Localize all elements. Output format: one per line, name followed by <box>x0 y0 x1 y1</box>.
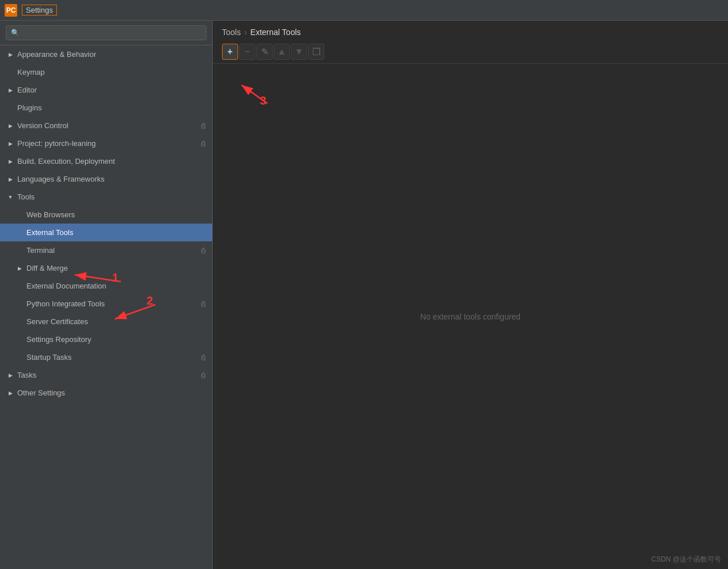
sidebar-item-web-browsers[interactable]: Web Browsers <box>0 206 212 224</box>
sidebar-item-tools[interactable]: ▼ Tools <box>0 188 212 206</box>
sidebar-label-tasks: Tasks <box>17 371 199 379</box>
sidebar-item-terminal[interactable]: Terminal ⎙ <box>0 241 212 259</box>
title-bar: PC Settings <box>0 0 728 21</box>
window-title: Settings <box>22 5 57 16</box>
tasks-repo-icon: ⎙ <box>201 371 205 379</box>
python-repo-icon: ⎙ <box>201 300 205 308</box>
sidebar-label-build: Build, Execution, Deployment <box>17 157 205 166</box>
content-area: Tools › External Tools + − ✎ ▲ ▼ ❐ <box>213 21 728 569</box>
remove-icon: − <box>244 47 250 57</box>
sidebar-label-vc: Version Control <box>17 121 199 130</box>
watermark: CSDN @这个函数可号 <box>651 555 721 564</box>
sidebar-label-settings-repo: Settings Repository <box>26 335 205 344</box>
edit-icon: ✎ <box>261 47 269 57</box>
expand-arrow-wb <box>16 212 23 218</box>
move-up-button[interactable]: ▲ <box>274 44 290 60</box>
sidebar-label-project: Project: pytorch-leaning <box>17 139 199 148</box>
sidebar-item-other-settings[interactable]: ▶ Other Settings <box>0 384 212 402</box>
sidebar-item-diff-merge[interactable]: ▶ Diff & Merge <box>0 259 212 277</box>
expand-arrow-settings-repo <box>16 336 23 343</box>
move-down-button[interactable]: ▼ <box>291 44 307 60</box>
sidebar-label-python: Python Integrated Tools <box>26 299 199 308</box>
expand-arrow-appearance: ▶ <box>7 51 14 58</box>
sidebar-label-languages: Languages & Frameworks <box>17 175 205 183</box>
expand-arrow-other: ▶ <box>7 390 14 397</box>
sidebar-item-editor[interactable]: ▶ Editor <box>0 81 212 99</box>
app-logo: PC <box>5 4 17 17</box>
copy-button[interactable]: ❐ <box>308 44 324 60</box>
empty-message: No external tools configured <box>213 64 728 569</box>
edit-button[interactable]: ✎ <box>256 44 273 60</box>
sidebar-label-wb: Web Browsers <box>26 210 205 219</box>
expand-arrow-build: ▶ <box>7 158 14 165</box>
sidebar-item-ext-docs[interactable]: External Documentation <box>0 277 212 295</box>
sidebar-label-terminal: Terminal <box>26 246 199 255</box>
sidebar-item-project[interactable]: ▶ Project: pytorch-leaning ⎙ <box>0 134 212 152</box>
remove-button[interactable]: − <box>239 44 255 60</box>
sidebar-item-tasks[interactable]: ▶ Tasks ⎙ <box>0 366 212 384</box>
terminal-repo-icon: ⎙ <box>201 247 205 255</box>
sidebar-item-settings-repo[interactable]: Settings Repository <box>0 330 212 348</box>
expand-arrow-extdocs <box>16 283 23 290</box>
copy-icon: ❐ <box>312 47 320 57</box>
sidebar-label-editor: Editor <box>17 86 205 94</box>
expand-arrow-project: ▶ <box>7 140 14 147</box>
sidebar-item-keymap[interactable]: Keymap <box>0 63 212 81</box>
sidebar-label-extdocs: External Documentation <box>26 282 205 290</box>
expand-arrow-et <box>16 229 23 236</box>
breadcrumb-sep: › <box>244 28 247 37</box>
startup-repo-icon: ⎙ <box>201 353 205 362</box>
sidebar-label-other: Other Settings <box>17 389 205 397</box>
sidebar-label-plugins: Plugins <box>17 103 205 112</box>
sidebar-label-startup: Startup Tasks <box>26 353 199 362</box>
sidebar-label-diff: Diff & Merge <box>26 264 205 272</box>
sidebar-item-version-control[interactable]: ▶ Version Control ⎙ <box>0 117 212 134</box>
sidebar-item-startup-tasks[interactable]: Startup Tasks ⎙ <box>0 348 212 366</box>
breadcrumb-parent: Tools <box>222 28 241 37</box>
sidebar-list: ▶ Appearance & Behavior Keymap ▶ Editor … <box>0 45 212 569</box>
breadcrumb: Tools › External Tools <box>213 21 728 41</box>
sidebar-label-keymap: Keymap <box>17 68 205 76</box>
expand-arrow-tasks: ▶ <box>7 372 14 379</box>
sidebar-label-tools: Tools <box>17 193 205 201</box>
breadcrumb-current: External Tools <box>250 28 301 37</box>
add-button[interactable]: + <box>222 44 238 60</box>
vc-repo-icon: ⎙ <box>201 122 205 130</box>
project-repo-icon: ⎙ <box>201 140 205 148</box>
sidebar-item-appearance[interactable]: ▶ Appearance & Behavior <box>0 45 212 63</box>
sidebar-label-et: External Tools <box>26 228 205 237</box>
move-down-icon: ▼ <box>294 47 304 57</box>
search-box <box>0 21 212 45</box>
sidebar: ▶ Appearance & Behavior Keymap ▶ Editor … <box>0 21 213 569</box>
expand-arrow-keymap <box>7 69 14 76</box>
expand-arrow-terminal <box>16 247 23 254</box>
search-input[interactable] <box>6 25 206 40</box>
sidebar-label-appearance: Appearance & Behavior <box>17 50 205 59</box>
expand-arrow-diff: ▶ <box>16 265 23 272</box>
toolbar: + − ✎ ▲ ▼ ❐ <box>213 41 728 64</box>
expand-arrow-editor: ▶ <box>7 87 14 94</box>
empty-message-text: No external tools configured <box>420 312 520 321</box>
expand-arrow-certs <box>16 318 23 325</box>
sidebar-item-languages[interactable]: ▶ Languages & Frameworks <box>0 170 212 188</box>
move-up-icon: ▲ <box>277 47 286 57</box>
add-icon: + <box>227 47 232 57</box>
expand-arrow-vc: ▶ <box>7 122 14 129</box>
expand-arrow-python <box>16 301 23 307</box>
expand-arrow-languages: ▶ <box>7 176 14 183</box>
expand-arrow-plugins <box>7 105 14 112</box>
sidebar-item-external-tools[interactable]: External Tools <box>0 224 212 241</box>
expand-arrow-startup <box>16 354 23 361</box>
sidebar-item-python-tools[interactable]: Python Integrated Tools ⎙ <box>0 295 212 313</box>
sidebar-item-build[interactable]: ▶ Build, Execution, Deployment <box>0 152 212 170</box>
expand-arrow-tools: ▼ <box>7 194 14 201</box>
main-layout: ▶ Appearance & Behavior Keymap ▶ Editor … <box>0 21 728 569</box>
sidebar-label-certs: Server Certificates <box>26 317 205 326</box>
sidebar-item-server-certs[interactable]: Server Certificates <box>0 313 212 330</box>
sidebar-item-plugins[interactable]: Plugins <box>0 99 212 117</box>
